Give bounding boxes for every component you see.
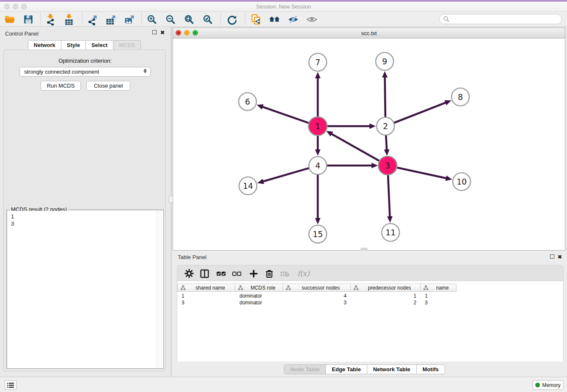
edge-arrowhead xyxy=(315,149,321,156)
edge-1-6[interactable] xyxy=(261,107,310,124)
home-layout-icon[interactable] xyxy=(268,13,281,26)
float-panel-icon[interactable] xyxy=(152,30,157,34)
tab-select[interactable]: Select xyxy=(85,40,113,50)
mcds-result-group: MCDS result (2 nodes) 13 xyxy=(6,210,164,369)
cell-MCDS-role: dominator xyxy=(235,299,283,306)
cell-successor-nodes: 3 xyxy=(283,299,351,306)
zoom-selected-icon[interactable] xyxy=(201,13,214,26)
mcds-panel: Optimization criterion: strongly connect… xyxy=(3,50,166,371)
clone-network-icon[interactable] xyxy=(250,13,262,26)
export-table-icon[interactable] xyxy=(105,13,118,26)
edge-2-8[interactable] xyxy=(394,102,447,123)
network-graph-canvas[interactable]: 7968124314101511 xyxy=(173,39,565,250)
close-panel-icon[interactable]: ✖ xyxy=(160,30,165,35)
select-all-icon[interactable] xyxy=(215,267,227,280)
list-icon xyxy=(7,382,14,388)
tab-motifs[interactable]: Motifs xyxy=(416,364,445,374)
network-maximize-icon[interactable]: + xyxy=(193,30,198,36)
select-stepper-icon xyxy=(143,69,147,73)
result-line: 1 xyxy=(11,213,163,220)
tab-mcds[interactable]: MCDS xyxy=(113,40,141,50)
node-label-15: 15 xyxy=(313,229,323,239)
cell-shared-name: 3 xyxy=(177,299,235,306)
edge-3-11[interactable] xyxy=(388,174,390,218)
edge-2-9[interactable] xyxy=(385,76,385,118)
export-image-icon[interactable] xyxy=(124,13,136,26)
node-table[interactable]: shared nameMCDS rolesuccessor nodesprede… xyxy=(177,281,564,362)
edge-2-3[interactable] xyxy=(386,135,387,151)
memory-label: Memory xyxy=(542,382,560,388)
column-header-successor-nodes[interactable]: successor nodes xyxy=(283,284,351,292)
table-row[interactable]: 1dominator411 xyxy=(177,293,457,299)
column-header-shared-name[interactable]: shared name xyxy=(177,284,235,292)
zoom-in-icon[interactable] xyxy=(146,13,158,26)
float-table-panel-icon[interactable] xyxy=(550,254,554,259)
node-label-10: 10 xyxy=(457,177,467,186)
delete-column-icon[interactable] xyxy=(263,267,275,280)
run-mcds-button[interactable]: Run MCDS xyxy=(41,81,81,91)
refresh-layout-icon[interactable] xyxy=(225,13,238,26)
zoom-fit-icon[interactable] xyxy=(183,13,195,26)
close-table-panel-icon[interactable]: ✖ xyxy=(558,254,562,259)
add-column-icon[interactable] xyxy=(247,267,260,280)
edge-4-14[interactable] xyxy=(262,168,310,182)
memory-button[interactable]: Memory xyxy=(532,380,564,390)
function-builder-icon[interactable]: f(x) xyxy=(295,267,312,280)
column-layout-icon[interactable] xyxy=(198,267,211,280)
export-network-icon[interactable] xyxy=(86,13,99,26)
edge-arrowhead xyxy=(382,71,388,77)
gear-icon[interactable] xyxy=(183,267,195,280)
import-table-icon[interactable] xyxy=(63,13,75,26)
tab-edge-table[interactable]: Edge Table xyxy=(325,364,367,374)
tab-network[interactable]: Network xyxy=(28,40,61,50)
toolbar-separator xyxy=(141,13,142,25)
open-file-icon[interactable] xyxy=(3,13,16,26)
node-label-2: 2 xyxy=(383,121,388,131)
node-label-1: 1 xyxy=(315,121,320,131)
import-network-icon[interactable] xyxy=(44,13,57,26)
close-panel-button[interactable]: Close panel xyxy=(86,81,130,91)
show-all-icon[interactable] xyxy=(306,13,318,26)
criterion-value: strongly connected component xyxy=(24,69,99,75)
node-label-11: 11 xyxy=(385,228,396,237)
criterion-select[interactable]: strongly connected component xyxy=(19,67,151,77)
column-header-MCDS-role[interactable]: MCDS role xyxy=(235,284,283,292)
node-label-6: 6 xyxy=(245,97,250,106)
cell-shared-name: 1 xyxy=(177,293,235,299)
edge-arrowhead xyxy=(444,100,451,105)
edge-arrowhead xyxy=(369,124,376,129)
horizontal-splitter-grip[interactable] xyxy=(361,248,368,251)
save-session-icon[interactable] xyxy=(22,13,35,26)
network-close-icon[interactable]: ✕ xyxy=(176,30,181,36)
deselect-all-icon[interactable] xyxy=(230,267,243,280)
close-window-icon[interactable] xyxy=(4,4,10,9)
maximize-window-icon[interactable] xyxy=(21,4,27,9)
network-window-titlebar: ✕ − + scc.txt xyxy=(173,28,565,39)
edge-3-1[interactable] xyxy=(330,133,380,161)
edge-arrowhead xyxy=(315,72,321,78)
tab-style[interactable]: Style xyxy=(61,40,86,50)
tab-node-table[interactable]: Node Table xyxy=(284,364,326,374)
network-window: ✕ − + scc.txt 7968124314101511 xyxy=(173,28,565,251)
task-history-button[interactable] xyxy=(5,380,17,390)
column-type-icon xyxy=(238,285,243,290)
mcds-result-list[interactable]: 13 xyxy=(8,211,163,368)
search-icon xyxy=(443,16,450,22)
table-toolbar: f(x) xyxy=(177,265,564,281)
column-type-icon xyxy=(286,285,291,290)
search-input[interactable] xyxy=(439,14,562,24)
result-scrollbar[interactable] xyxy=(157,211,162,368)
minimize-window-icon[interactable] xyxy=(13,4,18,9)
zoom-out-icon[interactable] xyxy=(164,13,177,26)
column-header-predecessor-nodes[interactable]: predecessor nodes xyxy=(351,284,421,292)
edge-3-10[interactable] xyxy=(396,167,447,178)
table-row[interactable]: 3dominator323 xyxy=(177,299,457,306)
hide-selected-icon[interactable] xyxy=(287,13,300,26)
network-minimize-icon[interactable]: − xyxy=(184,30,190,36)
network-title: scc.txt xyxy=(173,28,565,39)
tab-network-table[interactable]: Network Table xyxy=(367,364,417,374)
toolbar-separator xyxy=(82,13,83,25)
delete-table-icon[interactable] xyxy=(278,267,291,280)
control-panel: Control Panel ✖ NetworkStyleSelectMCDS O… xyxy=(0,27,169,377)
column-header-name[interactable]: name xyxy=(421,284,457,292)
